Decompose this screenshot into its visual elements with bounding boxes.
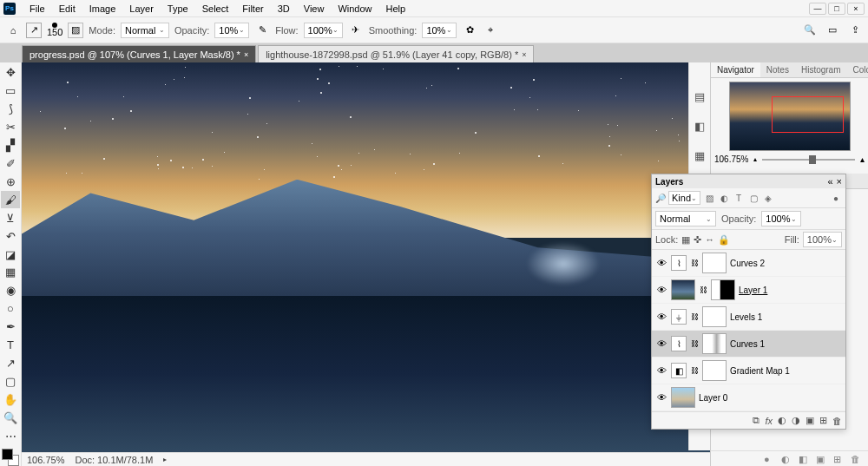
layer-name[interactable]: Gradient Map 1 <box>730 366 842 376</box>
menu-3d[interactable]: 3D <box>271 2 297 16</box>
visibility-icon[interactable]: 👁 <box>655 312 667 322</box>
layer-row[interactable]: 👁Layer 0 <box>652 384 845 411</box>
layer-thumbnail[interactable] <box>671 279 695 300</box>
navigator-preview[interactable] <box>729 82 851 151</box>
visibility-icon[interactable]: 👁 <box>655 258 667 268</box>
panel-tab-histogram[interactable]: Histogram <box>795 62 847 77</box>
collapse-icon[interactable]: « <box>827 176 832 187</box>
menu-select[interactable]: Select <box>195 2 236 16</box>
dock-icon[interactable]: ◧ <box>799 454 809 464</box>
menu-type[interactable]: Type <box>161 2 195 16</box>
layer-name[interactable]: Layer 1 <box>739 286 842 295</box>
close-button[interactable]: × <box>847 3 865 15</box>
opacity-select[interactable]: 10%⌄ <box>214 23 249 38</box>
menu-filter[interactable]: Filter <box>235 2 270 16</box>
layer-mask-thumbnail[interactable] <box>702 306 727 327</box>
edit-toolbar[interactable]: ⋯ <box>1 427 20 444</box>
layer-thumbnail[interactable] <box>671 387 695 408</box>
lock-position-icon[interactable]: ✜ <box>694 234 701 246</box>
filter-adjust-icon[interactable]: ◐ <box>718 192 730 204</box>
zoom-in-icon[interactable]: ▴ <box>860 154 865 164</box>
collapsed-panel-icon[interactable]: ▦ <box>692 148 707 163</box>
link-icon[interactable]: ⛓ <box>690 339 699 348</box>
eyedropper-tool[interactable]: ✐ <box>1 155 20 173</box>
layers-tab[interactable]: Layers <box>655 177 683 187</box>
link-icon[interactable]: ⛓ <box>699 286 707 294</box>
layer-row[interactable]: 👁⌇⛓Curves 2 <box>652 250 845 277</box>
filter-kind-select[interactable]: Kind ⌄ <box>668 191 700 205</box>
collapsed-panel-icon[interactable]: ▤ <box>692 89 707 104</box>
brush-size-picker[interactable]: 150 <box>47 23 62 37</box>
document-canvas[interactable] <box>22 62 710 452</box>
zoom-level[interactable]: 106.75% <box>27 455 64 465</box>
panel-tab-color[interactable]: Color <box>847 62 868 77</box>
dodge-tool[interactable]: ○ <box>1 300 20 318</box>
filter-toggle[interactable]: ● <box>830 192 842 204</box>
adjustment-icon[interactable]: ⌇ <box>671 336 687 351</box>
home-icon[interactable]: ⌂ <box>5 23 21 38</box>
adjustment-icon[interactable]: ◧ <box>671 363 687 378</box>
workspace-icon[interactable]: ▭ <box>825 23 840 38</box>
brush-tool[interactable]: 🖌 <box>1 191 20 208</box>
layer-mask-thumbnail[interactable] <box>711 279 735 300</box>
lock-nested-icon[interactable]: ↔ <box>705 234 714 245</box>
layer-name[interactable]: Curves 2 <box>730 259 842 268</box>
navigator-zoom[interactable]: 106.75% <box>714 154 748 164</box>
history-brush-tool[interactable]: ↶ <box>1 227 20 245</box>
adjustment-icon[interactable]: ⏚ <box>671 309 687 325</box>
airbrush-icon[interactable]: ✈ <box>348 23 364 38</box>
marquee-tool[interactable]: ▭ <box>1 82 20 100</box>
smoothing-options-icon[interactable]: ✿ <box>462 23 477 38</box>
zoom-out-icon[interactable]: ▴ <box>753 155 757 163</box>
dock-icon[interactable]: 🗑 <box>851 454 861 464</box>
smoothing-select[interactable]: 10%⌄ <box>422 23 457 38</box>
layer-mask-thumbnail[interactable] <box>702 360 727 381</box>
quickselect-tool[interactable]: ✂ <box>1 119 20 136</box>
dock-icon[interactable]: ⊞ <box>833 454 844 464</box>
minimize-button[interactable]: — <box>809 3 826 15</box>
stamp-tool[interactable]: ⊻ <box>1 209 20 226</box>
layer-mask-thumbnail[interactable] <box>702 333 727 354</box>
crop-tool[interactable]: ▞ <box>1 137 20 154</box>
doc-size[interactable]: Doc: 10.1M/78.1M <box>75 455 153 465</box>
brush-preset-picker[interactable]: ↗ <box>26 23 42 38</box>
shape-tool[interactable]: ▢ <box>1 372 20 390</box>
link-icon[interactable]: ⛓ <box>690 366 699 375</box>
layer-name[interactable]: Layer 0 <box>699 393 842 403</box>
blend-mode-select[interactable]: Normal⌄ <box>655 211 716 226</box>
tab-close-icon[interactable]: × <box>522 50 526 59</box>
new-layer-icon[interactable]: ⊞ <box>819 415 827 426</box>
menu-edit[interactable]: Edit <box>52 2 82 16</box>
menu-file[interactable]: File <box>23 2 52 16</box>
visibility-icon[interactable]: 👁 <box>655 338 667 349</box>
hand-tool[interactable]: ✋ <box>1 391 20 408</box>
layer-name[interactable]: Curves 1 <box>730 339 842 349</box>
filter-shape-icon[interactable]: ▢ <box>747 192 760 204</box>
dock-icon[interactable]: ▣ <box>816 454 826 464</box>
layer-fx-icon[interactable]: fx <box>765 416 773 426</box>
type-tool[interactable]: T <box>1 337 20 354</box>
menu-image[interactable]: Image <box>82 2 123 16</box>
lasso-tool[interactable]: ⟆ <box>1 101 20 118</box>
panel-close-icon[interactable]: × <box>837 176 842 187</box>
adjustment-layer-icon[interactable]: ◑ <box>792 415 800 426</box>
delete-layer-icon[interactable]: 🗑 <box>832 416 842 426</box>
menu-layer[interactable]: Layer <box>122 2 161 16</box>
lock-all-icon[interactable]: 🔒 <box>718 234 730 246</box>
document-tab[interactable]: lighthouse-1872998.psd @ 51.9% (Layer 41… <box>258 45 534 62</box>
layer-row[interactable]: 👁⛓Layer 1 <box>652 277 845 304</box>
layer-group-icon[interactable]: ▣ <box>806 415 814 426</box>
layer-row[interactable]: 👁⌇⛓Curves 1 <box>652 331 845 358</box>
layer-mask-icon[interactable]: ◐ <box>778 415 786 426</box>
heal-tool[interactable]: ⊕ <box>1 173 20 190</box>
menu-help[interactable]: Help <box>379 2 413 16</box>
link-layers-icon[interactable]: ⧉ <box>753 415 760 426</box>
blur-tool[interactable]: ◉ <box>1 282 20 299</box>
filter-type-icon[interactable]: T <box>733 192 745 204</box>
link-icon[interactable]: ⛓ <box>690 259 699 267</box>
document-tab[interactable]: progress.psd @ 107% (Curves 1, Layer Mas… <box>22 45 256 62</box>
collapsed-panel-icon[interactable]: ◧ <box>692 118 707 134</box>
visibility-icon[interactable]: 👁 <box>655 285 667 295</box>
visibility-icon[interactable]: 👁 <box>655 365 667 376</box>
dock-icon[interactable]: ● <box>764 454 774 464</box>
